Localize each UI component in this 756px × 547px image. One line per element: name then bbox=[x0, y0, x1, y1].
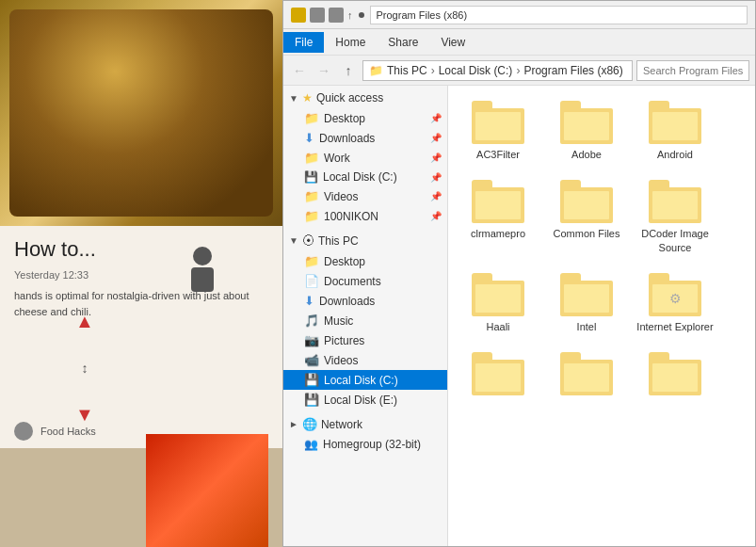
sidebar-item-desktop-qa-label: Desktop bbox=[324, 112, 365, 125]
sidebar-item-localdisk-e[interactable]: 💾 Local Disk (E:) bbox=[283, 390, 447, 410]
sidebar-item-videos-qa-label: Videos bbox=[324, 190, 358, 203]
path-local-disk[interactable]: Local Disk (C:) bbox=[439, 64, 513, 77]
menu-share[interactable]: Share bbox=[377, 32, 429, 53]
pin-icon-downloads: 📌 bbox=[430, 133, 442, 143]
sidebar-item-music-pc[interactable]: 🎵 Music bbox=[283, 311, 447, 330]
sidebar-item-downloads-qa[interactable]: ⬇ Downloads 📌 bbox=[283, 128, 447, 148]
sidebar-item-localdisk-c-label: Local Disk (C:) bbox=[324, 374, 398, 387]
svg-rect-1 bbox=[191, 267, 214, 292]
localdisk-c-icon: 💾 bbox=[304, 373, 319, 387]
work-folder-icon: 📁 bbox=[304, 151, 319, 165]
quick-access-header[interactable]: ▼ ★ Quick access bbox=[283, 88, 447, 108]
sidebar-item-work-qa[interactable]: 📁 Work 📌 bbox=[283, 148, 447, 168]
file-item-intel[interactable]: Intel bbox=[544, 265, 629, 341]
sidebar-item-localdisk-e-label: Local Disk (E:) bbox=[324, 394, 397, 407]
file-item-android[interactable]: Android bbox=[633, 93, 717, 169]
sidebar-item-desktop-pc[interactable]: 📁 Desktop bbox=[283, 251, 447, 271]
menu-home[interactable]: Home bbox=[324, 32, 377, 53]
folder-icon-clrmamepro bbox=[472, 180, 524, 223]
sidebar-item-localdisk-c[interactable]: 💾 Local Disk (C:) bbox=[283, 370, 447, 390]
file-grid: AC3Filter Adobe Androi bbox=[448, 86, 755, 546]
main-area: ▼ ★ Quick access 📁 Desktop 📌 ⬇ Downloads… bbox=[283, 86, 755, 546]
this-pc-header[interactable]: ▼ 🖸 This PC bbox=[283, 230, 447, 251]
file-label-clrmamepro: clrmamepro bbox=[471, 227, 525, 240]
file-item-haali[interactable]: Haali bbox=[456, 265, 540, 341]
scroll-down-arrow[interactable]: ▼ bbox=[75, 404, 94, 426]
sidebar-item-desktop-pc-label: Desktop bbox=[324, 255, 365, 268]
file-item-extra2[interactable] bbox=[544, 345, 629, 407]
pin-icon-localdisk: 📌 bbox=[430, 172, 442, 183]
sidebar-item-pictures-pc[interactable]: 📷 Pictures bbox=[283, 330, 447, 350]
left-panel: How to... Yesterday 12:33 hands is optim… bbox=[0, 0, 282, 547]
back-nav-icon bbox=[310, 8, 325, 23]
search-input[interactable] bbox=[636, 60, 749, 81]
sidebar-item-localdisk-qa[interactable]: 💾 Local Disk (C:) 📌 bbox=[283, 168, 447, 186]
article-content: How to... Yesterday 12:33 hands is optim… bbox=[0, 226, 282, 414]
folder-icon-intel bbox=[560, 273, 613, 316]
sidebar-item-work-qa-label: Work bbox=[324, 152, 350, 165]
file-item-extra3[interactable] bbox=[633, 345, 717, 407]
folder-icon-haali bbox=[472, 273, 524, 316]
homegroup-icon: 👥 bbox=[304, 438, 318, 451]
desktop-pc-icon: 📁 bbox=[304, 254, 319, 268]
sidebar-item-desktop-qa[interactable]: 📁 Desktop 📌 bbox=[283, 108, 447, 128]
sidebar-item-videos-qa[interactable]: 📁 Videos 📌 bbox=[283, 186, 447, 206]
file-item-ac3filter[interactable]: AC3Filter bbox=[456, 93, 540, 169]
file-label-ie: Internet Explorer bbox=[636, 320, 713, 333]
file-label-ac3filter: AC3Filter bbox=[476, 148, 520, 161]
file-label-android: Android bbox=[657, 148, 693, 161]
videos-folder-icon: 📁 bbox=[304, 189, 319, 203]
sidebar-item-videos-pc[interactable]: 📹 Videos bbox=[283, 350, 447, 370]
sidebar-item-documents-pc-label: Documents bbox=[324, 275, 381, 288]
this-pc-chevron: ▼ bbox=[289, 235, 298, 246]
scroll-up-arrow[interactable]: ▲ bbox=[75, 311, 94, 332]
scroll-arrows[interactable]: ▲ ↕ ▼ bbox=[75, 311, 94, 426]
file-item-ie[interactable]: Internet Explorer bbox=[633, 265, 717, 341]
pin-icon-videos: 📌 bbox=[430, 191, 442, 201]
menu-bar: File Home Share View bbox=[283, 29, 755, 56]
folder-icon-ie bbox=[649, 273, 701, 316]
sidebar-item-videos-pc-label: Videos bbox=[324, 354, 358, 367]
sidebar-item-documents-pc[interactable]: 📄 Documents bbox=[283, 271, 447, 291]
scroll-cursor: ↕ bbox=[81, 361, 88, 376]
sidebar-item-homegroup[interactable]: 👥 Homegroup (32-bit) bbox=[283, 435, 447, 454]
path-folder-icon: 📁 bbox=[369, 64, 383, 77]
file-item-extra1[interactable] bbox=[456, 345, 540, 407]
quick-access-label: Quick access bbox=[316, 91, 383, 105]
title-path[interactable]: Program Files (x86) bbox=[370, 6, 748, 24]
local-disk-qa-icon: 💾 bbox=[304, 170, 318, 184]
file-label-haali: Haali bbox=[486, 320, 509, 333]
sidebar: ▼ ★ Quick access 📁 Desktop 📌 ⬇ Downloads… bbox=[283, 86, 448, 546]
quick-access-star-icon: ★ bbox=[302, 91, 313, 105]
menu-file[interactable]: File bbox=[283, 32, 324, 53]
back-button[interactable]: ← bbox=[289, 60, 310, 81]
file-label-adobe: Adobe bbox=[571, 148, 602, 161]
file-item-adobe[interactable]: Adobe bbox=[544, 93, 629, 169]
this-pc-label: This PC bbox=[318, 234, 359, 248]
forward-button[interactable]: → bbox=[314, 60, 334, 81]
menu-view[interactable]: View bbox=[429, 32, 476, 53]
pictures-pc-icon: 📷 bbox=[304, 333, 319, 347]
folder-icon-dcoderimage bbox=[649, 180, 701, 223]
100nikon-folder-icon: 📁 bbox=[304, 209, 319, 223]
path-program-files[interactable]: Program Files (x86) bbox=[523, 64, 622, 77]
up-button[interactable]: ↑ bbox=[338, 60, 359, 81]
address-path[interactable]: 📁 This PC › Local Disk (C:) › Program Fi… bbox=[362, 60, 633, 81]
article-meta: Yesterday 12:33 bbox=[14, 269, 268, 281]
file-item-commonfiles[interactable]: Common Files bbox=[544, 172, 629, 262]
network-header[interactable]: ► 🌐 Network bbox=[283, 413, 447, 435]
folder-icon-adobe bbox=[560, 101, 613, 144]
file-item-dcoderimage[interactable]: DCoder Image Source bbox=[633, 172, 717, 262]
sidebar-item-homegroup-label: Homegroup (32-bit) bbox=[323, 438, 421, 451]
path-this-pc[interactable]: This PC bbox=[387, 64, 427, 77]
path-sep-2: › bbox=[516, 64, 520, 77]
person-avatar bbox=[184, 245, 221, 292]
forward-nav-icon bbox=[329, 8, 344, 23]
network-icon: 🌐 bbox=[302, 417, 317, 431]
pin-icon-desktop: 📌 bbox=[430, 113, 442, 123]
network-label: Network bbox=[321, 418, 362, 431]
sidebar-item-downloads-pc[interactable]: ⬇ Downloads bbox=[283, 291, 447, 311]
folder-title-icon bbox=[291, 8, 306, 23]
file-item-clrmamepro[interactable]: clrmamepro bbox=[456, 172, 540, 262]
sidebar-item-100nikon-qa[interactable]: 📁 100NIKON 📌 bbox=[283, 206, 447, 226]
